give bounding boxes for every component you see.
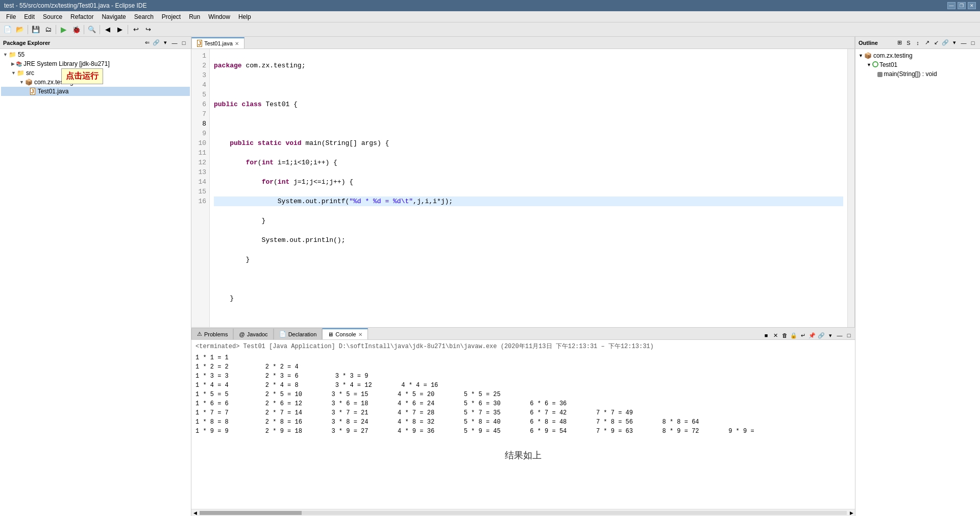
redo-button[interactable]: ↪ — [142, 24, 154, 35]
console-label: Console — [335, 331, 356, 337]
outline-method[interactable]: main(String[]) : void — [857, 69, 978, 79]
maximize-panel-button[interactable]: □ — [180, 39, 188, 47]
close-button[interactable]: ✕ — [968, 2, 976, 9]
tree-item-jre[interactable]: ▶ 📚 JRE System Library [jdk-8u271] — [1, 59, 190, 68]
debug-button[interactable]: 🐞 — [70, 24, 82, 35]
line-num-1: 1 — [193, 51, 206, 61]
code-line-13: } — [214, 293, 843, 303]
outline-tree[interactable]: ▼ 📦 com.zx.testing ▼ Test01 main(String[… — [855, 49, 980, 516]
new-button[interactable]: 📄 — [2, 24, 13, 35]
tab-problems[interactable]: ⚠ Problems — [191, 328, 233, 339]
console-tab-close[interactable]: ✕ — [358, 332, 362, 337]
tree-arrow-jre: ▶ — [11, 61, 15, 66]
code-line-6: for(int i=1;i<10;i++) { — [214, 158, 843, 167]
minimize-panel-button[interactable]: — — [170, 39, 179, 47]
menu-help[interactable]: Help — [234, 12, 255, 21]
outline-class-label: Test01 — [879, 61, 897, 68]
minimize-button[interactable]: — — [947, 2, 955, 9]
tree-area[interactable]: ▼ 📁 55 ▶ 📚 JRE System Library [jdk-8u271… — [0, 49, 191, 516]
outline-title: Outline — [859, 40, 878, 46]
outline-class[interactable]: ▼ Test01 — [857, 60, 978, 69]
toolbar: 📄 📂 💾 🗂 ▶ 🐞 🔍 ◀ ▶ ↩ ↪ — [0, 22, 980, 37]
menu-navigate[interactable]: Navigate — [97, 12, 130, 21]
minimize-bottom-button[interactable]: — — [836, 331, 844, 339]
word-wrap-button[interactable]: ↵ — [799, 331, 807, 339]
editor-scrollbar[interactable] — [847, 49, 854, 327]
code-line-9: } — [214, 216, 843, 226]
console-output[interactable]: <terminated> Test01 [Java Application] D… — [191, 340, 855, 509]
menu-run[interactable]: Run — [185, 12, 204, 21]
main-area: 点击运行 Package Explorer ⇐ 🔗 ▾ — □ ▼ 📁 55 ▶ — [0, 37, 980, 516]
pin-console-button[interactable]: 📌 — [808, 331, 816, 339]
terminate-button[interactable]: ■ — [762, 331, 770, 339]
menu-edit[interactable]: Edit — [20, 12, 39, 21]
search-button[interactable]: 🔍 — [86, 24, 97, 35]
remove-terminated-button[interactable]: ✕ — [771, 331, 779, 339]
prev-edit-button[interactable]: ◀ — [102, 24, 113, 35]
project-icon: 📁 — [9, 51, 16, 58]
outline-hide-static[interactable]: S — [904, 39, 913, 47]
hscroll-track[interactable] — [200, 511, 847, 515]
tree-item-55[interactable]: ▼ 📁 55 — [1, 50, 190, 59]
tree-item-src[interactable]: ▼ 📁 src — [1, 68, 190, 78]
save-all-button[interactable]: 🗂 — [42, 24, 54, 35]
code-content[interactable]: package com.zx.testing; public class Tes… — [210, 49, 847, 327]
console-line-9: 1 * 9 = 9 2 * 9 = 18 3 * 9 = 27 4 * 9 = … — [195, 427, 851, 436]
line-numbers: 1 2 3 4 5 6 7 8 9 10 11 12 13 14 15 16 — [191, 49, 210, 327]
bottom-controls: ■ ✕ 🗑 🔒 ↵ 📌 🔗 ▾ — □ — [760, 331, 855, 339]
code-editor[interactable]: 1 2 3 4 5 6 7 8 9 10 11 12 13 14 15 16 — [191, 49, 854, 327]
maximize-bottom-button[interactable]: □ — [845, 331, 853, 339]
line-num-6: 6 — [193, 100, 206, 109]
outline-expand[interactable]: ↗ — [923, 39, 931, 47]
clear-console-button[interactable]: 🗑 — [780, 331, 789, 339]
editor-and-bottom: J Test01.java ✕ 1 2 3 4 5 6 7 8 9 10 1 — [191, 37, 855, 516]
menu-project[interactable]: Project — [158, 12, 185, 21]
run-button[interactable]: ▶ — [58, 24, 69, 35]
restore-button[interactable]: ❐ — [958, 2, 966, 9]
code-line-4 — [214, 119, 843, 129]
outline-package[interactable]: ▼ 📦 com.zx.testing — [857, 51, 978, 60]
tab-javadoc[interactable]: @ Javadoc — [233, 328, 273, 339]
line-num-15: 15 — [193, 187, 206, 196]
code-line-8: System.out.printf("%d * %d = %d\t",j,i,i… — [214, 196, 843, 206]
console-view-menu[interactable]: ▾ — [826, 331, 835, 339]
tab-console[interactable]: 🖥 Console ✕ — [322, 328, 368, 339]
outline-hide-fields[interactable]: ⊞ — [895, 39, 903, 47]
undo-button[interactable]: ↩ — [130, 24, 141, 35]
save-button[interactable]: 💾 — [30, 24, 41, 35]
console-line-6: 1 * 6 = 6 2 * 6 = 12 3 * 6 = 18 4 * 6 = … — [195, 399, 851, 408]
hscroll-left-btn[interactable]: ◀ — [191, 509, 199, 517]
menu-source[interactable]: Source — [39, 12, 66, 21]
view-menu-button[interactable]: ▾ — [161, 39, 169, 47]
menu-file[interactable]: File — [2, 12, 20, 21]
hscroll-thumb[interactable] — [200, 511, 302, 515]
line-num-13: 13 — [193, 167, 206, 177]
menu-search[interactable]: Search — [130, 12, 158, 21]
menu-refactor[interactable]: Refactor — [66, 12, 97, 21]
tb-sep-5 — [128, 25, 128, 34]
outline-link[interactable]: 🔗 — [941, 39, 949, 47]
outline-minimize[interactable]: — — [960, 39, 968, 47]
next-edit-button[interactable]: ▶ — [114, 24, 126, 35]
tb-sep-2 — [56, 25, 56, 34]
open-console-button[interactable]: 🔗 — [817, 331, 825, 339]
tree-item-file[interactable]: J Test01.java — [1, 87, 190, 96]
menu-window[interactable]: Window — [204, 12, 234, 21]
link-editor-button[interactable]: 🔗 — [152, 39, 160, 47]
open-button[interactable]: 📂 — [14, 24, 26, 35]
hscroll-right-btn[interactable]: ▶ — [848, 509, 855, 517]
bottom-hscroll[interactable]: ◀ ▶ — [191, 509, 855, 516]
tb-sep-1 — [28, 25, 28, 34]
line-num-4: 4 — [193, 80, 206, 90]
outline-collapse[interactable]: ↙ — [932, 39, 940, 47]
tree-item-package[interactable]: ▼ 📦 com.zx.testing — [1, 78, 190, 87]
outline-view-menu[interactable]: ▾ — [950, 39, 959, 47]
outline-maximize[interactable]: □ — [969, 39, 977, 47]
collapse-all-button[interactable]: ⇐ — [143, 39, 151, 47]
tab-declaration[interactable]: 📄 Declaration — [274, 328, 323, 339]
editor-tab-test01[interactable]: J Test01.java ✕ — [191, 37, 244, 48]
tab-close-button[interactable]: ✕ — [235, 41, 239, 46]
outline-sort[interactable]: ↕ — [914, 39, 922, 47]
line-num-16: 16 — [193, 196, 206, 206]
scroll-lock-button[interactable]: 🔒 — [790, 331, 798, 339]
